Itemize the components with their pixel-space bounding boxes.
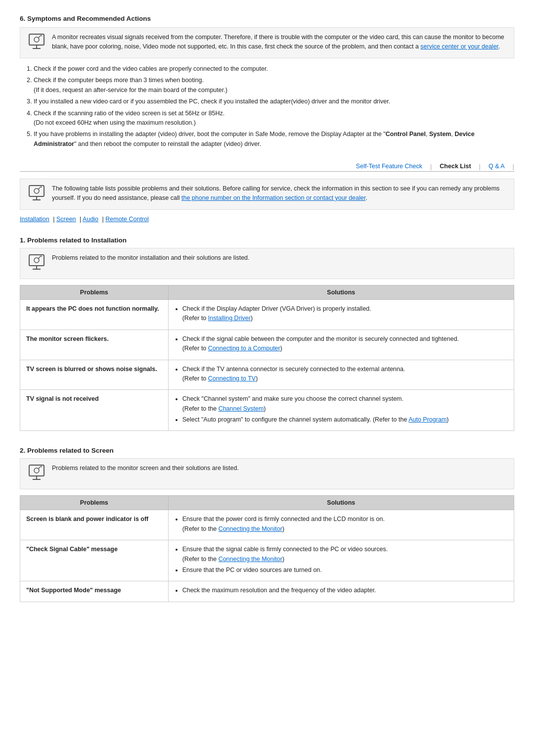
list-item: Check if the TV antenna connector is sec… (182, 365, 508, 384)
service-center-link[interactable]: service center or your dealer (420, 43, 498, 50)
step-3: If you installed a new video card or if … (34, 97, 514, 106)
monitor-icon (27, 33, 46, 53)
svg-line-17 (41, 256, 42, 257)
svg-line-11 (41, 187, 42, 188)
link-remote-control[interactable]: Remote Control (105, 216, 149, 223)
screen-col-solutions: Solutions (168, 496, 514, 510)
svg-line-5 (41, 35, 42, 36)
table-row: TV screen is blurred or shows noise sign… (20, 360, 514, 390)
list-item: Check if the Display Adapter Driver (VGA… (182, 304, 508, 324)
svg-line-10 (38, 187, 41, 189)
installation-col-problems: Problems (20, 285, 169, 300)
list-item: Select "Auto program" to configure the c… (182, 415, 508, 425)
screen-table: Problems Solutions Screen is blank and p… (20, 495, 514, 602)
connecting-monitor-link-1[interactable]: Connecting the Monitor (219, 525, 282, 532)
tab-qa[interactable]: Q & A (489, 163, 505, 170)
step-5: If you have problems in installing the a… (34, 130, 514, 149)
solution-cell: Ensure that the power cord is firmly con… (168, 510, 514, 540)
svg-line-16 (38, 256, 41, 259)
tab-divider-2: | (479, 163, 481, 170)
table-row: "Check Signal Cable" message Ensure that… (20, 540, 514, 581)
nav-tabs: Self-Test Feature Check | Check List | Q… (20, 163, 514, 172)
solution-cell: Check if the TV antenna connector is sec… (168, 360, 514, 390)
problem-cell: The monitor screen flickers. (20, 330, 169, 360)
phone-number-link[interactable]: the phone number on the Information sect… (181, 194, 365, 201)
symptoms-steps-list: Check if the power cord and the video ca… (20, 64, 514, 149)
solution-cell: Check if the Display Adapter Driver (VGA… (168, 300, 514, 330)
step-2: Check if the computer beeps more than 3 … (34, 76, 514, 95)
checklist-monitor-icon (27, 184, 46, 204)
step-4: Check if the scanning ratio of the video… (34, 109, 514, 128)
solution-cell: Check if the signal cable between the co… (168, 330, 514, 360)
solution-cell: Check the maximum resolution and the fre… (168, 581, 514, 602)
table-row: The monitor screen flickers. Check if th… (20, 330, 514, 360)
table-row: It appears the PC does not function norm… (20, 300, 514, 330)
symptoms-info-box: A monitor recreates visual signals recei… (20, 27, 514, 58)
checklist-section: The following table lists possible probl… (20, 179, 514, 223)
list-item: Ensure that the signal cable is firmly c… (182, 545, 508, 564)
screen-info-text: Problems related to the monitor screen a… (52, 464, 239, 473)
table-row: "Not Supported Mode" message Check the m… (20, 581, 514, 602)
installation-title: 1. Problems related to Installation (20, 236, 514, 244)
connecting-tv-link[interactable]: Connecting to TV (208, 375, 256, 382)
svg-line-22 (38, 466, 41, 469)
installation-info-box: Problems related to the monitor installa… (20, 248, 514, 279)
solution-cell: Ensure that the signal cable is firmly c… (168, 540, 514, 581)
screen-info-box: Problems related to the monitor screen a… (20, 458, 514, 489)
svg-line-23 (41, 466, 42, 467)
solution-cell: Check "Channel system" and make sure you… (168, 390, 514, 431)
tab-divider-1: | (430, 163, 432, 170)
screen-monitor-icon (27, 464, 46, 484)
tab-divider-3: | (513, 163, 514, 170)
link-installation[interactable]: Installation (20, 216, 49, 223)
checklist-info-box: The following table lists possible probl… (20, 179, 514, 210)
auto-program-link[interactable]: Auto Program (408, 416, 446, 423)
table-row: TV signal is not received Check "Channel… (20, 390, 514, 431)
list-item: Check "Channel system" and make sure you… (182, 394, 508, 414)
installation-info-text: Problems related to the monitor installa… (52, 253, 250, 263)
tab-check-list[interactable]: Check List (440, 163, 471, 170)
installation-monitor-icon (27, 253, 46, 274)
connecting-monitor-link-2[interactable]: Connecting the Monitor (219, 556, 282, 563)
table-row: Screen is blank and power indicator is o… (20, 510, 514, 540)
list-item: Check if the signal cable between the co… (182, 334, 508, 354)
problem-cell: TV signal is not received (20, 390, 169, 431)
channel-system-link[interactable]: Channel System (219, 405, 264, 412)
problem-cell: TV screen is blurred or shows noise sign… (20, 360, 169, 390)
screen-title: 2. Problems related to Screen (20, 447, 514, 454)
symptoms-title: 6. Symptoms and Recommended Actions (20, 15, 514, 22)
checklist-links: Installation | Screen | Audio | Remote C… (20, 216, 514, 223)
symptoms-section: 6. Symptoms and Recommended Actions A mo… (20, 15, 514, 149)
svg-line-4 (38, 35, 41, 38)
problem-cell: "Check Signal Cable" message (20, 540, 169, 581)
list-item: Check the maximum resolution and the fre… (182, 586, 508, 595)
link-audio[interactable]: Audio (83, 216, 98, 223)
installing-driver-link[interactable]: Installing Driver (208, 315, 251, 322)
list-item: Ensure that the power cord is firmly con… (182, 515, 508, 534)
problem-cell: "Not Supported Mode" message (20, 581, 169, 602)
checklist-info-text: The following table lists possible probl… (52, 184, 507, 203)
symptoms-info-text: A monitor recreates visual signals recei… (52, 33, 507, 52)
installation-problems-section: 1. Problems related to Installation Prob… (20, 236, 514, 431)
installation-table: Problems Solutions It appears the PC doe… (20, 285, 514, 431)
link-screen[interactable]: Screen (56, 216, 76, 223)
tab-self-test[interactable]: Self-Test Feature Check (356, 163, 422, 170)
list-item: Ensure that the PC or video sources are … (182, 566, 508, 575)
installation-col-solutions: Solutions (168, 285, 514, 300)
step-1: Check if the power cord and the video ca… (34, 64, 514, 74)
problem-cell: It appears the PC does not function norm… (20, 300, 169, 330)
connecting-computer-link[interactable]: Connecting to a Computer (208, 345, 280, 352)
problem-cell: Screen is blank and power indicator is o… (20, 510, 169, 540)
screen-col-problems: Problems (20, 496, 169, 510)
screen-problems-section: 2. Problems related to Screen Problems r… (20, 447, 514, 602)
